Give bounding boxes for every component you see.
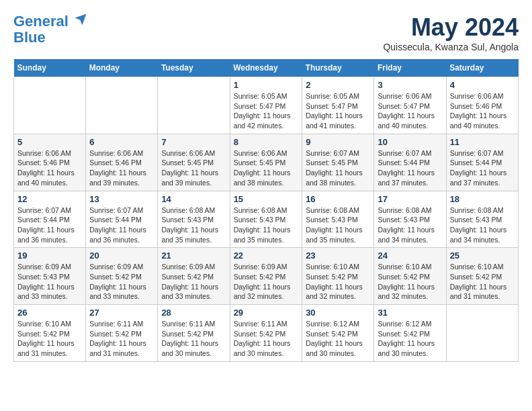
day-info: Sunrise: 6:11 AM Sunset: 5:42 PM Dayligh… xyxy=(89,319,154,359)
day-number: 20 xyxy=(89,250,154,261)
day-info: Sunrise: 6:08 AM Sunset: 5:43 PM Dayligh… xyxy=(450,205,515,245)
calendar-day-14: 14Sunrise: 6:08 AM Sunset: 5:43 PM Dayli… xyxy=(158,191,230,248)
day-info: Sunrise: 6:06 AM Sunset: 5:46 PM Dayligh… xyxy=(450,91,515,131)
title-block: May 2024 Quissecula, Kwanza Sul, Angola xyxy=(383,13,519,52)
day-number: 5 xyxy=(17,137,82,147)
day-number: 31 xyxy=(378,308,442,318)
calendar-day-21: 21Sunrise: 6:09 AM Sunset: 5:42 PM Dayli… xyxy=(158,248,230,305)
day-number: 27 xyxy=(89,308,154,318)
day-number: 23 xyxy=(306,250,370,261)
logo-blue: Blue xyxy=(13,29,46,46)
calendar-day-10: 10Sunrise: 6:07 AM Sunset: 5:44 PM Dayli… xyxy=(374,134,446,191)
month-title: May 2024 xyxy=(383,13,519,42)
calendar-day-6: 6Sunrise: 6:06 AM Sunset: 5:46 PM Daylig… xyxy=(86,134,158,191)
calendar-day-20: 20Sunrise: 6:09 AM Sunset: 5:42 PM Dayli… xyxy=(86,248,158,305)
location: Quissecula, Kwanza Sul, Angola xyxy=(383,42,519,52)
calendar-day-12: 12Sunrise: 6:07 AM Sunset: 5:44 PM Dayli… xyxy=(14,191,86,248)
calendar-week-row: 19Sunrise: 6:09 AM Sunset: 5:43 PM Dayli… xyxy=(14,248,519,305)
calendar-day-5: 5Sunrise: 6:06 AM Sunset: 5:46 PM Daylig… xyxy=(14,134,86,191)
day-number: 21 xyxy=(161,250,226,261)
day-number: 12 xyxy=(17,194,82,204)
day-info: Sunrise: 6:10 AM Sunset: 5:42 PM Dayligh… xyxy=(450,262,515,302)
calendar-day-23: 23Sunrise: 6:10 AM Sunset: 5:42 PM Dayli… xyxy=(302,248,374,305)
day-number: 15 xyxy=(234,194,299,204)
calendar-empty-cell xyxy=(86,77,158,134)
calendar-week-row: 1Sunrise: 6:05 AM Sunset: 5:47 PM Daylig… xyxy=(14,77,519,134)
day-info: Sunrise: 6:06 AM Sunset: 5:45 PM Dayligh… xyxy=(161,148,226,188)
day-number: 6 xyxy=(89,137,154,147)
calendar-day-1: 1Sunrise: 6:05 AM Sunset: 5:47 PM Daylig… xyxy=(230,77,302,134)
calendar-week-row: 12Sunrise: 6:07 AM Sunset: 5:44 PM Dayli… xyxy=(14,191,519,248)
day-info: Sunrise: 6:11 AM Sunset: 5:42 PM Dayligh… xyxy=(161,319,226,359)
page-header: General Blue May 2024 Quissecula, Kwanza… xyxy=(13,13,519,52)
calendar-day-24: 24Sunrise: 6:10 AM Sunset: 5:42 PM Dayli… xyxy=(374,248,446,305)
day-number: 18 xyxy=(450,194,515,204)
day-info: Sunrise: 6:07 AM Sunset: 5:44 PM Dayligh… xyxy=(17,205,82,245)
day-number: 10 xyxy=(378,137,442,147)
day-number: 16 xyxy=(306,194,370,204)
day-info: Sunrise: 6:10 AM Sunset: 5:42 PM Dayligh… xyxy=(306,262,370,302)
day-info: Sunrise: 6:07 AM Sunset: 5:44 PM Dayligh… xyxy=(89,205,154,245)
weekday-header-row: SundayMondayTuesdayWednesdayThursdayFrid… xyxy=(14,59,519,77)
calendar-empty-cell xyxy=(158,77,230,134)
calendar-day-22: 22Sunrise: 6:09 AM Sunset: 5:42 PM Dayli… xyxy=(230,248,302,305)
calendar-day-18: 18Sunrise: 6:08 AM Sunset: 5:43 PM Dayli… xyxy=(446,191,518,248)
day-number: 26 xyxy=(17,308,82,318)
day-info: Sunrise: 6:10 AM Sunset: 5:42 PM Dayligh… xyxy=(17,319,82,359)
weekday-header-sunday: Sunday xyxy=(14,59,86,77)
calendar-table: SundayMondayTuesdayWednesdayThursdayFrid… xyxy=(13,59,519,362)
calendar-day-27: 27Sunrise: 6:11 AM Sunset: 5:42 PM Dayli… xyxy=(86,305,158,362)
day-info: Sunrise: 6:09 AM Sunset: 5:42 PM Dayligh… xyxy=(161,262,226,302)
calendar-day-15: 15Sunrise: 6:08 AM Sunset: 5:43 PM Dayli… xyxy=(230,191,302,248)
logo-general: General xyxy=(13,13,69,30)
day-info: Sunrise: 6:08 AM Sunset: 5:43 PM Dayligh… xyxy=(161,205,226,245)
day-info: Sunrise: 6:11 AM Sunset: 5:42 PM Dayligh… xyxy=(234,319,299,359)
day-info: Sunrise: 6:12 AM Sunset: 5:42 PM Dayligh… xyxy=(306,319,370,359)
calendar-day-2: 2Sunrise: 6:05 AM Sunset: 5:47 PM Daylig… xyxy=(302,77,374,134)
day-info: Sunrise: 6:05 AM Sunset: 5:47 PM Dayligh… xyxy=(306,91,370,131)
day-info: Sunrise: 6:07 AM Sunset: 5:44 PM Dayligh… xyxy=(450,148,515,188)
weekday-header-saturday: Saturday xyxy=(446,59,518,77)
calendar-day-28: 28Sunrise: 6:11 AM Sunset: 5:42 PM Dayli… xyxy=(158,305,230,362)
weekday-header-monday: Monday xyxy=(86,59,158,77)
calendar-day-9: 9Sunrise: 6:07 AM Sunset: 5:45 PM Daylig… xyxy=(302,134,374,191)
logo: General Blue xyxy=(13,13,87,46)
day-number: 2 xyxy=(306,80,370,90)
weekday-header-friday: Friday xyxy=(374,59,446,77)
day-number: 22 xyxy=(234,250,299,261)
day-info: Sunrise: 6:07 AM Sunset: 5:45 PM Dayligh… xyxy=(306,148,370,188)
calendar-day-25: 25Sunrise: 6:10 AM Sunset: 5:42 PM Dayli… xyxy=(446,248,518,305)
day-number: 13 xyxy=(89,194,154,204)
day-number: 28 xyxy=(161,308,226,318)
calendar-empty-cell xyxy=(446,305,518,362)
day-number: 9 xyxy=(306,137,370,147)
day-number: 7 xyxy=(161,137,226,147)
calendar-day-13: 13Sunrise: 6:07 AM Sunset: 5:44 PM Dayli… xyxy=(86,191,158,248)
calendar-week-row: 5Sunrise: 6:06 AM Sunset: 5:46 PM Daylig… xyxy=(14,134,519,191)
day-info: Sunrise: 6:10 AM Sunset: 5:42 PM Dayligh… xyxy=(378,262,442,302)
day-info: Sunrise: 6:08 AM Sunset: 5:43 PM Dayligh… xyxy=(306,205,370,245)
calendar-day-30: 30Sunrise: 6:12 AM Sunset: 5:42 PM Dayli… xyxy=(302,305,374,362)
calendar-day-17: 17Sunrise: 6:08 AM Sunset: 5:43 PM Dayli… xyxy=(374,191,446,248)
day-number: 30 xyxy=(306,308,370,318)
day-info: Sunrise: 6:06 AM Sunset: 5:45 PM Dayligh… xyxy=(234,148,299,188)
day-number: 4 xyxy=(450,80,515,90)
day-number: 29 xyxy=(234,308,299,318)
logo-text: General Blue xyxy=(13,13,87,46)
logo-bird-icon xyxy=(74,13,87,26)
calendar-day-7: 7Sunrise: 6:06 AM Sunset: 5:45 PM Daylig… xyxy=(158,134,230,191)
day-number: 11 xyxy=(450,137,515,147)
day-info: Sunrise: 6:08 AM Sunset: 5:43 PM Dayligh… xyxy=(378,205,442,245)
day-number: 3 xyxy=(378,80,442,90)
calendar-day-19: 19Sunrise: 6:09 AM Sunset: 5:43 PM Dayli… xyxy=(14,248,86,305)
day-info: Sunrise: 6:07 AM Sunset: 5:44 PM Dayligh… xyxy=(378,148,442,188)
day-info: Sunrise: 6:06 AM Sunset: 5:46 PM Dayligh… xyxy=(89,148,154,188)
calendar-day-11: 11Sunrise: 6:07 AM Sunset: 5:44 PM Dayli… xyxy=(446,134,518,191)
day-number: 19 xyxy=(17,250,82,261)
day-info: Sunrise: 6:09 AM Sunset: 5:43 PM Dayligh… xyxy=(17,262,82,302)
day-info: Sunrise: 6:09 AM Sunset: 5:42 PM Dayligh… xyxy=(89,262,154,302)
day-number: 17 xyxy=(378,194,442,204)
day-info: Sunrise: 6:05 AM Sunset: 5:47 PM Dayligh… xyxy=(234,91,299,131)
weekday-header-thursday: Thursday xyxy=(302,59,374,77)
calendar-day-16: 16Sunrise: 6:08 AM Sunset: 5:43 PM Dayli… xyxy=(302,191,374,248)
